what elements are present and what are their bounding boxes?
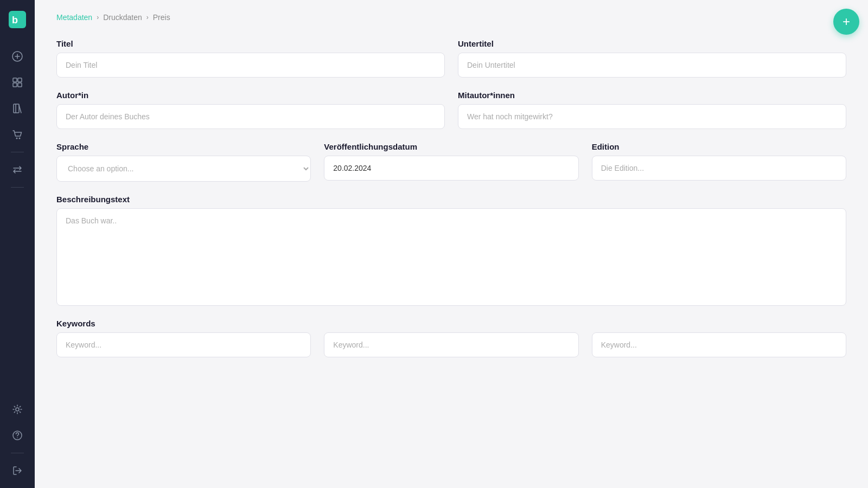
titel-row: Titel Untertitel (56, 39, 846, 78)
keywords-group: Keywords (56, 319, 846, 370)
svg-text:b: b (12, 15, 18, 25)
untertitel-group: Untertitel (458, 39, 846, 78)
svg-rect-8 (18, 83, 22, 87)
datum-label: Veröffentlichungsdatum (324, 142, 578, 151)
sidebar-divider-2 (11, 187, 24, 188)
sidebar-item-settings[interactable] (7, 399, 28, 420)
svg-point-13 (16, 408, 19, 411)
svg-point-15 (17, 438, 18, 439)
titel-label: Titel (56, 39, 445, 48)
sprache-select[interactable]: Choose an option... Deutsch English Fran… (56, 156, 311, 182)
mitautor-group: Mitautor*innen (458, 91, 846, 129)
keyword3-input[interactable] (592, 332, 846, 357)
main-content: Metadaten › Druckdaten › Preis Titel Unt… (35, 0, 868, 488)
sprache-group: Sprache Choose an option... Deutsch Engl… (56, 142, 311, 182)
datum-input[interactable] (324, 156, 578, 181)
edition-label: Edition (592, 142, 846, 151)
breadcrumb-item-druckdaten[interactable]: Druckdaten (103, 13, 142, 22)
breadcrumb-item-preis[interactable]: Preis (153, 13, 170, 22)
sprache-label: Sprache (56, 142, 311, 151)
beschreibung-group: Beschreibungstext (56, 195, 846, 306)
sidebar-divider-1 (11, 152, 24, 152)
sidebar-item-help[interactable] (7, 425, 28, 446)
svg-rect-9 (14, 104, 19, 113)
svg-point-11 (16, 138, 18, 139)
edition-input[interactable] (592, 156, 846, 181)
svg-rect-7 (13, 83, 17, 87)
svg-point-12 (19, 138, 21, 139)
keyword2-input[interactable] (324, 332, 578, 357)
keyword2-group (324, 332, 578, 357)
sprache-row: Sprache Choose an option... Deutsch Engl… (56, 142, 846, 182)
keyword3-group (592, 332, 846, 357)
sidebar: b (0, 0, 35, 488)
beschreibung-label: Beschreibungstext (56, 195, 846, 204)
untertitel-input[interactable] (458, 53, 846, 78)
sidebar-item-dashboard[interactable] (7, 72, 28, 93)
sidebar-item-add[interactable] (7, 46, 28, 67)
breadcrumb-item-metadaten[interactable]: Metadaten (56, 13, 92, 22)
fab-add-button[interactable]: + (833, 9, 859, 35)
breadcrumb-chevron-1: › (97, 14, 99, 21)
titel-input[interactable] (56, 53, 445, 78)
untertitel-label: Untertitel (458, 39, 846, 48)
sidebar-bottom (7, 399, 28, 481)
sidebar-item-shop[interactable] (7, 124, 28, 145)
svg-rect-5 (13, 78, 17, 82)
keywords-label: Keywords (56, 319, 846, 328)
keyword1-group (56, 332, 311, 357)
sidebar-divider-3 (11, 453, 24, 453)
titel-group: Titel (56, 39, 445, 78)
autor-label: Autor*in (56, 91, 445, 100)
datum-group: Veröffentlichungsdatum (324, 142, 578, 182)
sidebar-item-transfer[interactable] (7, 159, 28, 181)
edition-group: Edition (592, 142, 846, 182)
breadcrumb: Metadaten › Druckdaten › Preis (56, 13, 846, 22)
autor-group: Autor*in (56, 91, 445, 129)
keywords-row (56, 332, 846, 357)
beschreibung-textarea[interactable] (56, 208, 846, 306)
autor-row: Autor*in Mitautor*innen (56, 91, 846, 129)
keyword1-input[interactable] (56, 332, 311, 357)
autor-input[interactable] (56, 104, 445, 129)
mitautor-label: Mitautor*innen (458, 91, 846, 100)
breadcrumb-chevron-2: › (146, 14, 149, 21)
svg-rect-6 (18, 78, 22, 82)
mitautor-input[interactable] (458, 104, 846, 129)
sidebar-item-logout[interactable] (7, 460, 28, 481)
sidebar-item-library[interactable] (7, 98, 28, 119)
sidebar-logo[interactable]: b (4, 7, 30, 35)
